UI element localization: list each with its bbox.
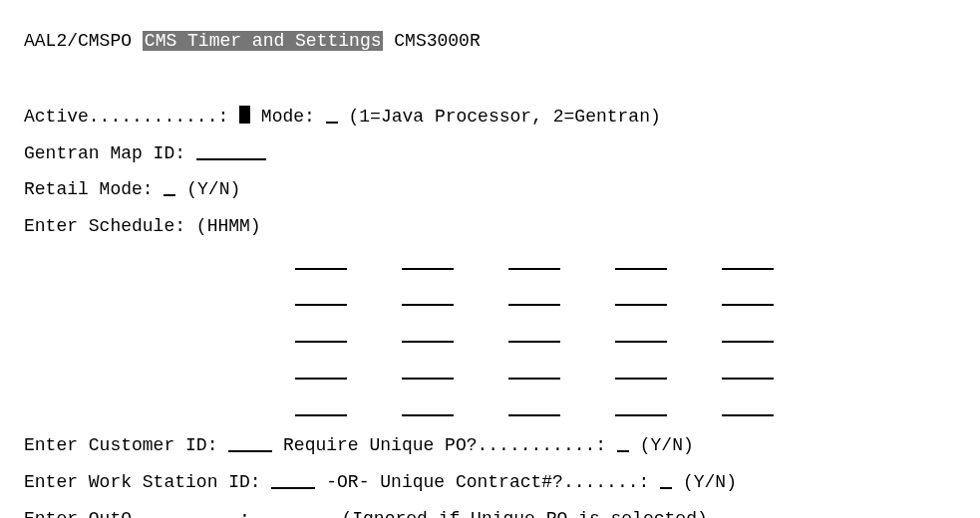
- sched-input[interactable]: [508, 364, 560, 380]
- sched-input[interactable]: [615, 400, 667, 416]
- sched-input[interactable]: [402, 327, 454, 343]
- mode-input[interactable]: [326, 108, 338, 124]
- sched-input[interactable]: [402, 290, 454, 306]
- active-label: Active............:: [24, 107, 228, 127]
- sched-input[interactable]: [508, 254, 560, 270]
- gmap-input[interactable]: [196, 144, 266, 160]
- work-input[interactable]: [271, 473, 315, 489]
- ign-hint: (Ignored if Unique PO is selected): [341, 509, 707, 518]
- cust-input[interactable]: [228, 436, 272, 452]
- req-upo-input[interactable]: [617, 436, 629, 452]
- cust-label: Enter Customer ID:: [24, 435, 217, 455]
- sched-input[interactable]: [295, 254, 347, 270]
- sched-input[interactable]: [402, 254, 454, 270]
- sched-input[interactable]: [722, 290, 774, 306]
- sched-input[interactable]: [295, 364, 347, 380]
- yn: (Y/N): [640, 435, 694, 455]
- sched-input[interactable]: [722, 327, 774, 343]
- sched-input[interactable]: [722, 364, 774, 380]
- sched-input[interactable]: [508, 327, 560, 343]
- outq-label: Enter OutQ..........:: [24, 509, 250, 518]
- sched-input[interactable]: [615, 327, 667, 343]
- gmap-label: Gentran Map ID:: [24, 143, 185, 163]
- sched-input[interactable]: [615, 254, 667, 270]
- outq-input[interactable]: [261, 510, 331, 518]
- rmode-input[interactable]: [163, 180, 175, 196]
- sched-input[interactable]: [295, 400, 347, 416]
- work-label: Enter Work Station ID:: [24, 472, 261, 492]
- req-upo-label: Require Unique PO?...........:: [283, 435, 606, 455]
- sched-input[interactable]: [402, 400, 454, 416]
- screen-id: CMS3000R: [394, 31, 480, 51]
- prog-id: AAL2/CMSPO: [24, 31, 132, 51]
- sched-input[interactable]: [295, 327, 347, 343]
- mode-label: Mode:: [261, 107, 315, 127]
- or-uc-label: -OR- Unique Contract#?.......:: [326, 472, 649, 492]
- schedule-label: Enter Schedule: (HHMM): [24, 216, 261, 236]
- page-title: CMS Timer and Settings: [143, 31, 384, 51]
- sched-input[interactable]: [615, 364, 667, 380]
- sched-input[interactable]: [722, 400, 774, 416]
- sched-input[interactable]: [722, 254, 774, 270]
- sched-input[interactable]: [508, 290, 560, 306]
- active-input[interactable]: [239, 106, 250, 124]
- rmode-label: Retail Mode:: [24, 179, 154, 199]
- sched-input[interactable]: [508, 400, 560, 416]
- or-uc-input[interactable]: [660, 473, 672, 489]
- yn: (Y/N): [683, 472, 737, 492]
- sched-input[interactable]: [615, 290, 667, 306]
- mode-hint: (1=Java Processor, 2=Gentran): [349, 107, 661, 127]
- rmode-hint: (Y/N): [186, 179, 240, 199]
- sched-input[interactable]: [295, 290, 347, 306]
- sched-input[interactable]: [402, 364, 454, 380]
